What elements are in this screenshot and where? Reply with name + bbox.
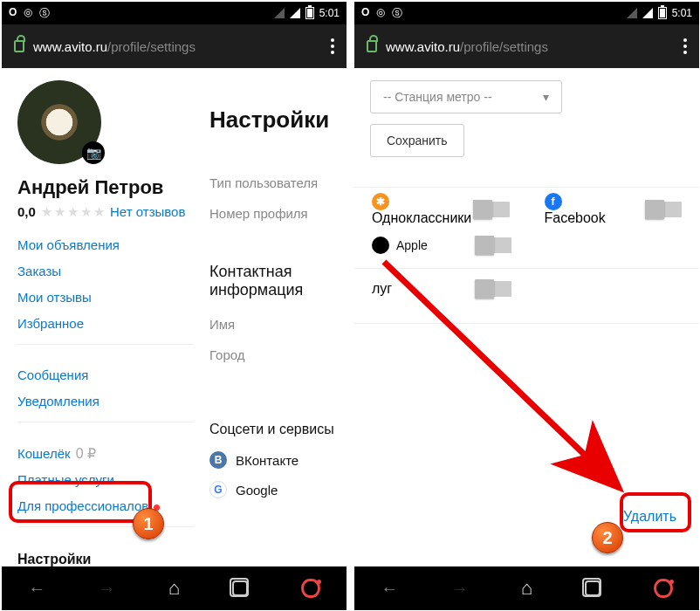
social-google: Google — [236, 483, 278, 498]
socials-heading: Соцсети и сервисы — [209, 422, 347, 437]
rating-row: 0,0★★★★★ Нет отзывов — [17, 204, 209, 220]
url-bar[interactable]: www.avito.ru/profile/settings — [354, 24, 699, 68]
user-type-label: Тип пользователя — [209, 175, 347, 190]
home-button[interactable]: ⌂ — [521, 577, 532, 600]
lock-icon — [14, 40, 24, 52]
contact-info-heading: Контактная информация — [209, 263, 347, 299]
battery-icon — [305, 7, 314, 19]
tabs-button[interactable] — [585, 580, 600, 596]
signal-icon — [290, 8, 300, 18]
toggle-odnoklassniki[interactable] — [473, 202, 510, 217]
chevron-down-icon: ▾ — [543, 90, 549, 104]
toggle-apple[interactable] — [475, 237, 511, 253]
shazam-icon: ⓢ — [392, 6, 402, 21]
tabs-button[interactable] — [232, 580, 248, 596]
shazam-icon: ⓢ — [39, 6, 50, 21]
opera-button[interactable] — [654, 579, 673, 598]
menu-dots-icon[interactable] — [331, 38, 334, 54]
status-bar: O ◎ ⓢ 5:01 — [354, 2, 699, 24]
avatar[interactable]: 📷 — [17, 80, 101, 164]
city-label: Город — [209, 347, 347, 362]
nav-pro[interactable]: Для профессионалов — [17, 498, 148, 513]
social-vk: ВКонтакте — [236, 453, 299, 468]
nav-notifications[interactable]: Уведомления — [17, 394, 100, 408]
wifi-icon — [627, 8, 637, 18]
url-host: www.avito.ru — [386, 39, 460, 54]
save-button[interactable]: Сохранить — [370, 124, 464, 157]
nav-reviews[interactable]: Мои отзывы — [17, 290, 92, 305]
social-facebook: Facebook — [545, 210, 606, 225]
back-button[interactable]: ← — [381, 579, 398, 599]
social-apple: Apple — [396, 238, 428, 252]
wifi-icon — [274, 8, 285, 18]
odnoklassniki-icon: ✱ — [372, 193, 389, 210]
menu-dots-icon[interactable] — [683, 38, 687, 54]
forward-button[interactable]: → — [450, 579, 468, 599]
instagram-icon: ◎ — [24, 6, 32, 21]
metro-select[interactable]: -- Станция метро -- ▾ — [370, 80, 562, 113]
nav-paid-services[interactable]: Платные услуги — [17, 472, 114, 487]
apple-icon — [372, 237, 389, 254]
camera-icon[interactable]: 📷 — [82, 141, 105, 164]
clock: 5:01 — [672, 7, 692, 19]
name-label: Имя — [209, 317, 347, 332]
social-odnoklassniki: Одноклассники — [372, 210, 471, 225]
url-bar[interactable]: www.avito.ru/profile/settings — [2, 24, 347, 68]
url-path: /profile/settings — [107, 39, 196, 54]
back-button[interactable]: ← — [28, 579, 45, 599]
facebook-icon: f — [545, 193, 562, 210]
forward-button[interactable]: → — [98, 579, 115, 599]
toggle-unknown[interactable] — [475, 281, 511, 297]
nav-favorites[interactable]: Избранное — [17, 316, 84, 331]
reviews-link[interactable]: Нет отзывов — [110, 204, 185, 219]
battery-icon — [658, 7, 667, 19]
url-path: /profile/settings — [460, 39, 548, 54]
opera-button[interactable] — [301, 579, 320, 598]
bottom-nav: ← → ⌂ — [2, 566, 347, 610]
lock-icon — [367, 40, 377, 52]
status-bar: O ◎ ⓢ 5:01 — [2, 2, 347, 24]
signal-icon — [642, 8, 653, 18]
url-host: www.avito.ru — [33, 39, 107, 54]
instagram-icon: ◎ — [376, 6, 385, 21]
lug-text: луг — [372, 281, 392, 297]
nav-settings[interactable]: Настройки — [17, 545, 194, 566]
home-button[interactable]: ⌂ — [168, 577, 180, 600]
nav-messages[interactable]: Сообщения — [17, 367, 88, 382]
page-title: Настройки — [209, 106, 347, 134]
red-dot-icon — [154, 505, 160, 511]
delete-link[interactable]: Удалить — [623, 509, 676, 524]
nav-my-ads[interactable]: Мои объявления — [17, 237, 120, 252]
nav-wallet[interactable]: Кошелёк — [17, 446, 71, 461]
opera-status-icon: O — [9, 6, 17, 21]
profile-num-label: Номер профиля — [209, 206, 347, 221]
clock: 5:01 — [319, 7, 340, 19]
vk-icon: B — [209, 451, 227, 469]
opera-status-icon: O — [361, 6, 369, 21]
nav-orders[interactable]: Заказы — [17, 264, 61, 278]
google-icon: G — [209, 481, 227, 498]
toggle-facebook[interactable] — [645, 202, 682, 217]
user-name: Андрей Петров — [17, 176, 209, 199]
bottom-nav: ← → ⌂ — [354, 566, 699, 610]
